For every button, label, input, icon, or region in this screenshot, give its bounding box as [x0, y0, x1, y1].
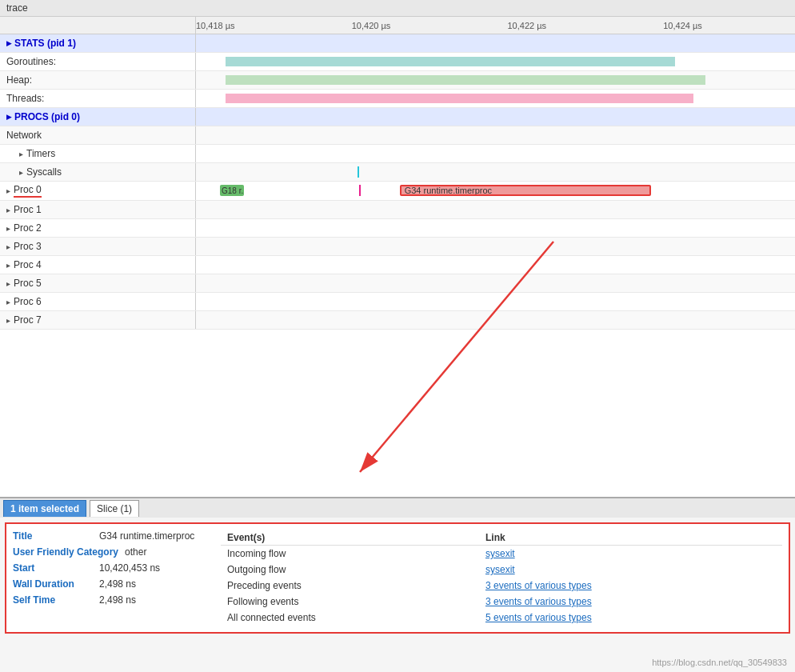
- proc0-row: ▸ Proc 0 G18 r... G34 runtime.timerproc: [0, 182, 795, 201]
- heap-row: Heap:: [0, 71, 795, 90]
- proc1-row: ▸ Proc 1: [0, 201, 795, 219]
- events-table: Event(s) Link Incoming flowsysexitOutgoi…: [221, 530, 782, 626]
- event-link[interactable]: 3 events of various types: [485, 580, 592, 591]
- proc2-content: [196, 219, 795, 237]
- syscalls-label[interactable]: ▸ Syscalls: [0, 163, 196, 181]
- event-link-cell[interactable]: sysexit: [479, 546, 782, 562]
- procs-content: [196, 108, 795, 126]
- proc6-label[interactable]: ▸ Proc 6: [0, 293, 196, 310]
- proc7-triangle-icon: ▸: [6, 316, 10, 325]
- g34-bar[interactable]: G34 runtime.timerproc: [400, 185, 652, 196]
- title-row: Title G34 runtime.timerproc: [13, 530, 205, 542]
- stats-triangle-icon: ▸: [6, 38, 11, 49]
- start-val: 10,420,453 ns: [99, 562, 160, 574]
- procs-label[interactable]: ▸ PROCS (pid 0): [0, 108, 196, 126]
- event-link[interactable]: sysexit: [485, 564, 515, 575]
- syscalls-triangle-icon: ▸: [19, 168, 23, 177]
- trace-container: 10,418 µs 10,420 µs 10,422 µs 10,424 µs …: [0, 17, 795, 497]
- event-link-cell[interactable]: sysexit: [479, 562, 782, 578]
- detail-panel: Title G34 runtime.timerproc User Friendl…: [5, 522, 790, 634]
- timeline-ticks: 10,418 µs 10,420 µs 10,422 µs 10,424 µs: [196, 17, 795, 34]
- proc2-label[interactable]: ▸ Proc 2: [0, 219, 196, 237]
- proc3-content: [196, 238, 795, 255]
- col-event-header: Event(s): [221, 530, 479, 546]
- proc5-label[interactable]: ▸ Proc 5: [0, 274, 196, 292]
- event-link-cell[interactable]: 5 events of various types: [479, 610, 782, 626]
- goroutines-bar: [226, 57, 675, 66]
- proc0-triangle-icon: ▸: [6, 186, 10, 195]
- detail-right: Event(s) Link Incoming flowsysexitOutgoi…: [221, 530, 782, 626]
- events-table-row: Outgoing flowsysexit: [221, 562, 782, 578]
- wall-duration-row: Wall Duration 2,498 ns: [13, 578, 205, 590]
- proc7-content: [196, 311, 795, 329]
- proc6-triangle-icon: ▸: [6, 298, 10, 306]
- self-time-key: Self Time: [13, 594, 93, 606]
- syscalls-row: ▸ Syscalls: [0, 163, 795, 182]
- syscalls-content: [196, 163, 795, 181]
- timers-row: ▸ Timers: [0, 145, 795, 163]
- proc5-row: ▸ Proc 5: [0, 274, 795, 293]
- proc7-label[interactable]: ▸ Proc 7: [0, 311, 196, 329]
- tick-2: 10,422 µs: [507, 21, 546, 30]
- category-row: User Friendly Category other: [13, 546, 205, 558]
- event-link[interactable]: 3 events of various types: [485, 596, 592, 607]
- stats-content: [196, 34, 795, 52]
- start-row: Start 10,420,453 ns: [13, 562, 205, 574]
- threads-label: Threads:: [0, 90, 196, 107]
- wall-duration-val: 2,498 ns: [99, 578, 136, 590]
- proc0-label[interactable]: ▸ Proc 0: [0, 182, 196, 200]
- watermark: https://blog.csdn.net/qq_30549833: [652, 658, 787, 667]
- goroutines-content: [196, 53, 795, 70]
- trace-rows: ▸ STATS (pid 1) Goroutines: Heap:: [0, 34, 795, 497]
- proc3-row: ▸ Proc 3: [0, 238, 795, 256]
- title-label: trace: [6, 2, 28, 14]
- proc1-label[interactable]: ▸ Proc 1: [0, 201, 196, 218]
- proc0-content: G18 r... G34 runtime.timerproc: [196, 182, 795, 200]
- self-time-row: Self Time 2,498 ns: [13, 594, 205, 606]
- start-key: Start: [13, 562, 93, 574]
- selected-status-tab[interactable]: 1 item selected: [3, 500, 86, 517]
- timers-triangle-icon: ▸: [19, 150, 23, 158]
- network-content: [196, 126, 795, 144]
- proc3-label[interactable]: ▸ Proc 3: [0, 238, 196, 255]
- category-key: User Friendly Category: [13, 546, 118, 558]
- proc6-row: ▸ Proc 6: [0, 293, 795, 311]
- proc6-content: [196, 293, 795, 310]
- proc4-triangle-icon: ▸: [6, 261, 10, 270]
- event-name-cell: All connected events: [221, 610, 479, 626]
- title-key: Title: [13, 530, 93, 542]
- event-link[interactable]: sysexit: [485, 548, 515, 559]
- event-name-cell: Following events: [221, 594, 479, 610]
- proc1-triangle-icon: ▸: [6, 206, 10, 214]
- syscall-tick: [358, 166, 359, 178]
- network-row: Network: [0, 126, 795, 145]
- network-label: Network: [0, 126, 196, 144]
- g18-bar[interactable]: G18 r...: [220, 185, 244, 196]
- category-val: other: [125, 546, 146, 558]
- proc3-triangle-icon: ▸: [6, 242, 10, 251]
- threads-row: Threads:: [0, 90, 795, 108]
- goroutines-row: Goroutines:: [0, 53, 795, 71]
- timers-label[interactable]: ▸ Timers: [0, 145, 196, 162]
- event-name-cell: Preceding events: [221, 578, 479, 594]
- events-table-row: Following events3 events of various type…: [221, 594, 782, 610]
- proc5-triangle-icon: ▸: [6, 279, 10, 288]
- proc4-label[interactable]: ▸ Proc 4: [0, 256, 196, 274]
- tick-1: 10,420 µs: [352, 21, 391, 30]
- proc4-row: ▸ Proc 4: [0, 256, 795, 274]
- event-name-cell: Outgoing flow: [221, 562, 479, 578]
- proc5-content: [196, 274, 795, 292]
- event-link-cell[interactable]: 3 events of various types: [479, 578, 782, 594]
- slice-tab[interactable]: Slice (1): [90, 500, 139, 517]
- event-link[interactable]: 5 events of various types: [485, 612, 592, 623]
- bottom-tabs: 1 item selected Slice (1): [0, 497, 795, 518]
- proc2-row: ▸ Proc 2: [0, 219, 795, 238]
- self-time-val: 2,498 ns: [99, 594, 136, 606]
- event-name-cell: Incoming flow: [221, 546, 479, 562]
- events-table-row: All connected events5 events of various …: [221, 610, 782, 626]
- heap-label: Heap:: [0, 71, 196, 89]
- col-link-header: Link: [479, 530, 782, 546]
- event-link-cell[interactable]: 3 events of various types: [479, 594, 782, 610]
- tick-3: 10,424 µs: [663, 21, 702, 30]
- stats-label[interactable]: ▸ STATS (pid 1): [0, 34, 196, 52]
